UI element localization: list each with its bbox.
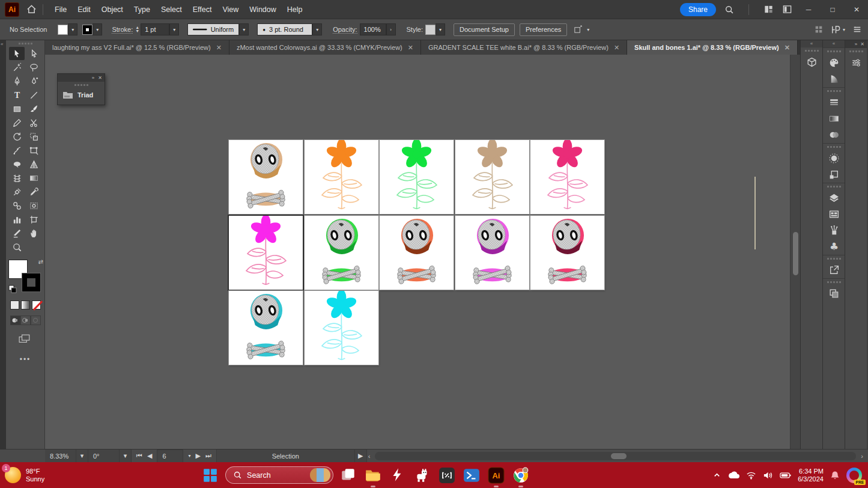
screen-mode-icon[interactable] [17,334,33,346]
clock-widget[interactable]: 6:34 PM 6/3/2024 [798,468,824,483]
slice-tool[interactable] [9,227,25,240]
zoom-chevron-icon[interactable]: ▾ [76,450,88,463]
edit-toolbar-button[interactable]: ••• [6,355,44,364]
stroke-weight-chevron-icon[interactable]: ▾ [169,23,179,35]
color-panel[interactable] [823,55,845,71]
symbols-panel[interactable]: ♣ [823,239,845,255]
menu-view[interactable]: View [217,3,244,16]
panel-close-icon[interactable]: ✕ [98,75,102,81]
draw-inside-icon[interactable] [31,316,41,325]
artboards-panel[interactable] [823,206,845,222]
appearance-panel[interactable] [823,150,845,166]
previous-artboard-icon[interactable]: ◀ [147,452,152,460]
weather-widget[interactable]: 1 98°F Sunny [0,467,90,483]
tab-close-icon[interactable]: ✕ [785,44,790,52]
first-artboard-icon[interactable]: ⏮ [136,452,142,460]
collapse-dock-icon[interactable]: « [823,40,845,47]
drawing-modes[interactable] [6,316,44,325]
panel-grip[interactable] [6,40,44,47]
color-guide-panel[interactable] [823,71,845,87]
artboard-2-flower[interactable] [305,140,378,214]
artboard-4-flower[interactable] [455,140,529,214]
artboard-number-value[interactable]: 6 [157,450,183,463]
panel-close-icon[interactable]: ✕ [860,41,864,47]
fill-dropdown-chevron-icon[interactable]: ▾ [68,23,77,35]
artboard-chevron-icon[interactable]: ▾ [188,453,190,459]
chrome-taskbar-icon[interactable] [511,466,530,485]
triad-floating-panel[interactable]: » ✕ Triad [57,73,105,105]
rotation-chevron-icon[interactable]: ▾ [120,450,132,463]
transparency-panel[interactable] [823,127,845,143]
panel-grip[interactable] [823,255,845,262]
fill-stroke-control[interactable]: ⇄ [8,260,42,296]
menu-edit[interactable]: Edit [72,3,96,16]
brush-select[interactable]: ● 3 pt. Round [257,23,312,35]
stroke-swatch[interactable] [22,273,41,292]
artboard-tool[interactable] [26,213,41,226]
hscroll-left-icon[interactable]: ‹ [367,453,372,460]
draw-normal-icon[interactable] [10,316,20,325]
3d-materials-panel[interactable] [801,54,823,70]
zoom-tool[interactable] [9,240,25,254]
battery-icon[interactable] [780,472,791,479]
zoom-level-value[interactable]: 8.33% [45,450,76,463]
artboard-3-flower[interactable] [380,140,454,214]
opacity-value[interactable]: 100% [360,23,386,35]
fill-color-swatch[interactable] [58,25,68,35]
document-tab[interactable]: Skull and bones 1.ai* @ 8.33 % (RGB/Prev… [627,40,798,55]
menu-help[interactable]: Help [282,3,308,16]
next-artboard-icon[interactable]: ▶ [195,452,200,460]
artboard-9-skull[interactable] [455,216,529,290]
taskbar-search-box[interactable]: Search [225,466,333,484]
document-setup-button[interactable]: Document Setup [454,23,515,36]
workspace-layout-icon[interactable] [782,4,792,14]
isolate-selected-object-icon[interactable] [573,25,583,35]
width-profile-chevron-icon[interactable]: ▾ [239,23,249,35]
panel-grip[interactable] [845,48,867,55]
canvas[interactable]: » ✕ Triad [45,55,790,449]
artboard-1-skull[interactable] [229,140,303,214]
artboard-7-skull[interactable] [305,216,378,290]
free-transform-tool[interactable] [26,130,41,143]
column-graph-tool[interactable] [9,213,25,226]
type-tool[interactable]: T [9,88,25,102]
properties-panel[interactable] [845,55,867,71]
direct-selection-tool[interactable] [26,47,41,60]
stroke-stepper[interactable]: ▲▼ [135,26,139,33]
tab-close-icon[interactable]: ✕ [614,44,619,52]
export-for-screens-panel[interactable] [823,262,845,278]
llama-app-taskbar-icon[interactable] [413,466,432,485]
rectangle-tool[interactable] [9,102,25,115]
hscroll-right-icon[interactable]: › [860,453,868,460]
panel-grip[interactable] [823,88,845,94]
volume-icon[interactable] [763,471,773,480]
rotate-tool[interactable] [9,130,25,143]
artboard-11-skull[interactable] [229,291,303,365]
menu-type[interactable]: Type [129,3,156,16]
shaper-tool[interactable] [9,116,25,129]
hand-tool[interactable] [26,227,41,240]
opacity-expand-icon[interactable]: › [386,23,396,35]
tab-close-icon[interactable]: ✕ [408,44,413,52]
maximize-button[interactable]: □ [825,3,840,16]
artboard-6-flower[interactable] [229,216,303,290]
vertical-scrollbar[interactable] [790,55,800,449]
stroke-dropdown-chevron-icon[interactable]: ▾ [93,23,102,35]
touch-workspace-icon[interactable] [814,25,824,34]
close-button[interactable]: ✕ [849,3,864,16]
arrange-documents-icon[interactable] [763,4,774,14]
blend-tool[interactable] [9,199,25,212]
menu-object[interactable]: Object [96,3,129,16]
gradient-fill-button[interactable] [21,300,30,310]
intertwine-tool[interactable] [26,199,41,212]
start-button[interactable] [201,466,220,485]
home-icon[interactable] [26,4,37,14]
perspective-selection-tool[interactable] [26,144,41,157]
curvature-tool[interactable] [26,75,41,88]
menu-file[interactable]: File [49,3,72,16]
tray-chevron-icon[interactable] [713,471,721,479]
vertical-scrollbar-thumb[interactable] [793,232,798,275]
default-fill-stroke-icon[interactable] [8,285,17,293]
stroke-weight-value[interactable]: 1 pt [141,23,169,35]
menu-window[interactable]: Window [244,3,281,16]
